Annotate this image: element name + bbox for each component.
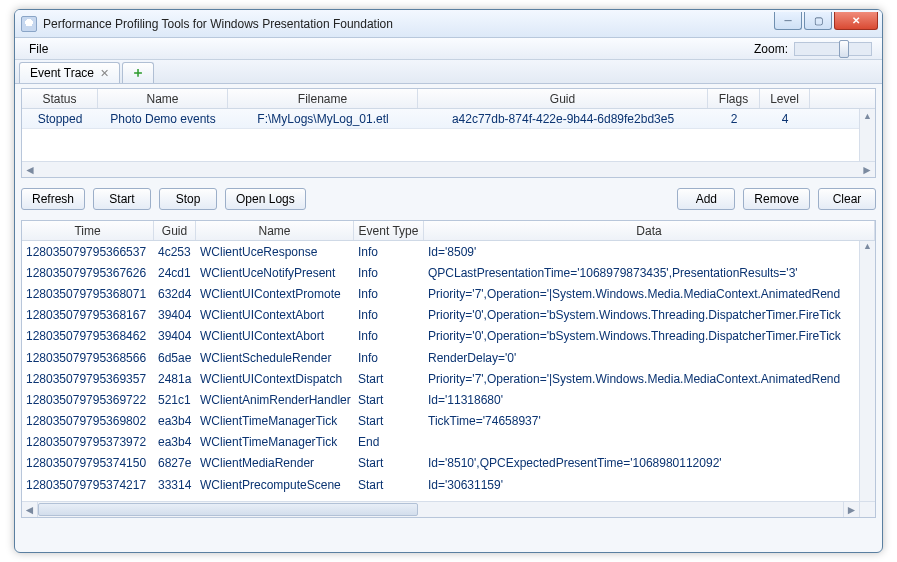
tab-close-icon[interactable]: ✕ (100, 67, 109, 80)
trace-guid: a42c77db-874f-422e-9b44-6d89fe2bd3e5 (418, 112, 708, 126)
tab-add-button[interactable]: ＋ (122, 62, 154, 83)
scroll-track[interactable] (38, 502, 843, 517)
event-type: Info (354, 266, 424, 280)
scroll-right-icon[interactable]: ► (861, 163, 873, 177)
menubar: File Zoom: (15, 38, 882, 60)
event-name: WClientPrecomputeScene (196, 478, 354, 492)
events-body[interactable]: 1280350797953665374c253WClientUceRespons… (22, 241, 859, 501)
event-guid: ea3b4 (154, 414, 196, 428)
zoom-slider[interactable] (794, 42, 872, 56)
event-time: 128035079795366537 (22, 245, 154, 259)
scroll-right-icon[interactable]: ► (843, 502, 859, 517)
trace-filename: F:\MyLogs\MyLog_01.etl (228, 112, 418, 126)
events-vertical-scrollbar[interactable]: ▲ (859, 241, 875, 501)
event-name: WClientMediaRender (196, 456, 354, 470)
tab-label: Event Trace (30, 66, 94, 80)
start-button[interactable]: Start (93, 188, 151, 210)
event-time: 128035079795374150 (22, 456, 154, 470)
event-type: End (354, 435, 424, 449)
trace-list-panel: Status Name Filename Guid Flags Level St… (21, 88, 876, 178)
col-flags[interactable]: Flags (708, 89, 760, 108)
event-time: 128035079795367626 (22, 266, 154, 280)
event-type: Start (354, 393, 424, 407)
event-type: Info (354, 329, 424, 343)
col-level[interactable]: Level (760, 89, 810, 108)
event-type: Info (354, 287, 424, 301)
event-row[interactable]: 128035079795373972ea3b4WClientTimeManage… (22, 432, 859, 453)
event-row[interactable]: 12803507979536816739404WClientUIContextA… (22, 305, 859, 326)
event-row[interactable]: 12803507979537421733314WClientPrecompute… (22, 474, 859, 495)
event-guid: 632d4 (154, 287, 196, 301)
events-panel: Time Guid Name Event Type Data 128035079… (21, 220, 876, 518)
trace-row[interactable]: Stopped Photo Demo events F:\MyLogs\MyLo… (22, 109, 875, 129)
plus-icon: ＋ (131, 64, 145, 82)
event-row[interactable]: 12803507979536846239404WClientUIContextA… (22, 326, 859, 347)
event-row[interactable]: 1280350797953685666d5aeWClientScheduleRe… (22, 347, 859, 368)
event-time: 128035079795368071 (22, 287, 154, 301)
event-data: QPCLastPresentationTime='1068979873435',… (424, 266, 859, 280)
event-name: WClientTimeManagerTick (196, 435, 354, 449)
scroll-up-icon[interactable]: ▲ (860, 109, 875, 123)
zoom-label: Zoom: (754, 42, 788, 56)
col-filename[interactable]: Filename (228, 89, 418, 108)
event-name: WClientUIContextAbort (196, 308, 354, 322)
event-row[interactable]: 1280350797953741506827eWClientMediaRende… (22, 453, 859, 474)
zoom-slider-thumb[interactable] (839, 40, 849, 58)
col-data[interactable]: Data (424, 221, 875, 240)
scroll-left-icon[interactable]: ◄ (22, 502, 38, 517)
event-data: Id='8509' (424, 245, 859, 259)
col-name[interactable]: Name (98, 89, 228, 108)
event-row[interactable]: 1280350797953665374c253WClientUceRespons… (22, 241, 859, 262)
trace-horizontal-scrollbar[interactable]: ◄ ► (22, 161, 875, 177)
event-name: WClientUIContextAbort (196, 329, 354, 343)
close-button[interactable]: ✕ (834, 12, 878, 30)
trace-grid-header: Status Name Filename Guid Flags Level (22, 89, 875, 109)
open-logs-button[interactable]: Open Logs (225, 188, 306, 210)
minimize-button[interactable]: ─ (774, 12, 802, 30)
event-data: Id='8510',QPCExpectedPresentTime='106898… (424, 456, 859, 470)
trace-vertical-scrollbar[interactable]: ▲ (859, 109, 875, 161)
scroll-up-icon[interactable]: ▲ (860, 241, 875, 255)
maximize-button[interactable]: ▢ (804, 12, 832, 30)
clear-button[interactable]: Clear (818, 188, 876, 210)
col-guid[interactable]: Guid (154, 221, 196, 240)
event-time: 128035079795368167 (22, 308, 154, 322)
refresh-button[interactable]: Refresh (21, 188, 85, 210)
button-row: Refresh Start Stop Open Logs Add Remove … (21, 188, 876, 210)
event-row[interactable]: 128035079795369722521c1WClientAnimRender… (22, 389, 859, 410)
tab-event-trace[interactable]: Event Trace ✕ (19, 62, 120, 83)
col-time[interactable]: Time (22, 221, 154, 240)
event-data: TickTime='74658937' (424, 414, 859, 428)
event-name: WClientScheduleRender (196, 351, 354, 365)
col-status[interactable]: Status (22, 89, 98, 108)
menu-file[interactable]: File (21, 40, 56, 58)
events-horizontal-scrollbar[interactable]: ◄ ► (22, 501, 859, 517)
tabstrip: Event Trace ✕ ＋ (15, 60, 882, 84)
scroll-left-icon[interactable]: ◄ (24, 163, 36, 177)
event-time: 128035079795369722 (22, 393, 154, 407)
event-row[interactable]: 128035079795369802ea3b4WClientTimeManage… (22, 411, 859, 432)
stop-button[interactable]: Stop (159, 188, 217, 210)
event-data: Priority='0',Operation='bSystem.Windows.… (424, 329, 859, 343)
trace-level: 4 (760, 112, 810, 126)
scroll-thumb[interactable] (38, 503, 418, 516)
event-time: 128035079795369357 (22, 372, 154, 386)
add-button[interactable]: Add (677, 188, 735, 210)
event-guid: 39404 (154, 308, 196, 322)
event-type: Start (354, 414, 424, 428)
remove-button[interactable]: Remove (743, 188, 810, 210)
event-row[interactable]: 128035079795368071632d4WClientUIContextP… (22, 283, 859, 304)
event-time: 128035079795369802 (22, 414, 154, 428)
event-name: WClientTimeManagerTick (196, 414, 354, 428)
event-guid: 33314 (154, 478, 196, 492)
event-row[interactable]: 1280350797953693572481aWClientUIContextD… (22, 368, 859, 389)
titlebar[interactable]: Performance Profiling Tools for Windows … (15, 10, 882, 38)
event-guid: 2481a (154, 372, 196, 386)
col-guid[interactable]: Guid (418, 89, 708, 108)
col-name[interactable]: Name (196, 221, 354, 240)
col-event-type[interactable]: Event Type (354, 221, 424, 240)
trace-status: Stopped (22, 112, 98, 126)
trace-name: Photo Demo events (98, 112, 228, 126)
event-type: Start (354, 372, 424, 386)
event-row[interactable]: 12803507979536762624cd1WClientUceNotifyP… (22, 262, 859, 283)
